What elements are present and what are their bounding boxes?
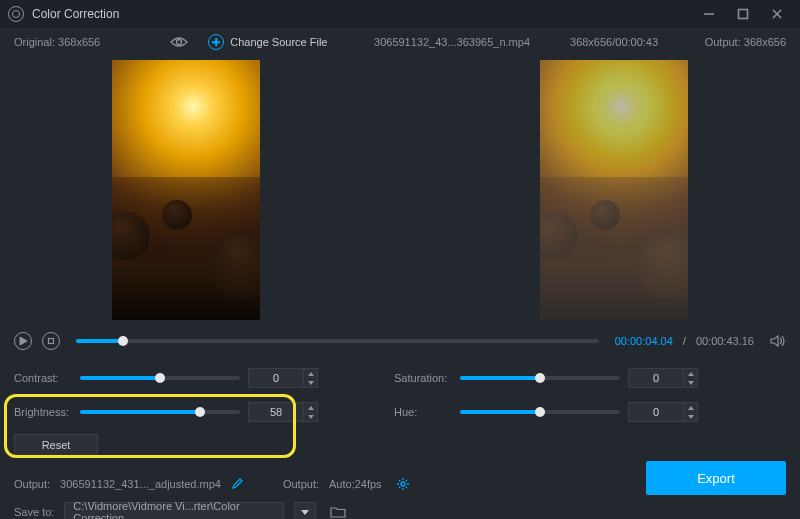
app-icon [8,6,24,22]
output-dims: 368x656 [744,36,786,48]
brightness-up[interactable] [304,403,317,412]
saveto-label: Save to: [14,506,54,518]
contrast-value: 0 [249,372,303,384]
volume-icon[interactable] [770,334,786,348]
source-dims-time: 368x656/00:00:43 [570,36,658,48]
save-row: Save to: C:\Vidmore\Vidmore Vi...rter\Co… [0,498,800,519]
saturation-up[interactable] [684,369,697,378]
preview-original [112,60,260,320]
outfile-name: 306591132_431..._adjusted.mp4 [60,478,221,490]
brightness-label: Brightness: [14,406,72,418]
time-current: 00:00:04.04 [615,335,673,347]
contrast-label: Contrast: [14,372,72,384]
svg-marker-5 [20,337,27,345]
titlebar: Color Correction [0,0,800,28]
minimize-button[interactable] [692,0,726,28]
saturation-slider[interactable] [460,376,620,380]
svg-marker-7 [308,372,314,376]
svg-marker-8 [308,381,314,385]
svg-marker-14 [688,415,694,419]
hue-label: Hue: [394,406,452,418]
contrast-down[interactable] [304,378,317,387]
outfile-label: Output: [14,478,50,490]
hue-slider[interactable] [460,410,620,414]
saveto-dropdown[interactable] [294,502,316,519]
change-source-button[interactable]: Change Source File [230,36,327,48]
time-total: 00:00:43.16 [696,335,754,347]
contrast-slider[interactable] [80,376,240,380]
brightness-slider[interactable] [80,410,240,414]
svg-marker-11 [308,406,314,410]
info-bar: Original: 368x656 Change Source File 306… [0,28,800,56]
outfmt-label: Output: [283,478,319,490]
open-folder-icon[interactable] [326,502,350,519]
contrast-value-box[interactable]: 0 [248,368,318,388]
saveto-path[interactable]: C:\Vidmore\Vidmore Vi...rter\Color Corre… [64,502,284,519]
outfmt-value: Auto;24fps [329,478,382,490]
window-title: Color Correction [32,7,119,21]
brightness-value-box[interactable]: 58 [248,402,318,422]
controls-panel: Contrast: 0 Saturation: 0 Brightness: 58… [0,358,800,456]
svg-point-15 [401,482,405,486]
brightness-down[interactable] [304,412,317,421]
svg-rect-6 [49,339,54,344]
svg-rect-1 [739,10,748,19]
output-label: Output: [705,36,741,48]
export-button[interactable]: Export [646,461,786,495]
svg-marker-9 [688,372,694,376]
original-label: Original: [14,36,55,48]
add-icon[interactable] [208,34,224,50]
close-button[interactable] [760,0,794,28]
playback-bar: 00:00:04.04/00:00:43.16 [0,324,800,358]
stop-button[interactable] [42,332,60,350]
saturation-down[interactable] [684,378,697,387]
hue-down[interactable] [684,412,697,421]
hue-up[interactable] [684,403,697,412]
svg-marker-13 [688,406,694,410]
saturation-label: Saturation: [394,372,452,384]
saturation-value-box[interactable]: 0 [628,368,698,388]
play-button[interactable] [14,332,32,350]
preview-output [540,60,688,320]
settings-icon[interactable] [396,477,410,491]
svg-marker-12 [308,415,314,419]
hue-value: 0 [629,406,683,418]
contrast-up[interactable] [304,369,317,378]
eye-icon[interactable] [170,36,188,48]
preview-area [0,56,800,324]
timeline-slider[interactable] [76,339,599,343]
saturation-value: 0 [629,372,683,384]
maximize-button[interactable] [726,0,760,28]
svg-marker-16 [301,510,309,515]
original-dims: 368x656 [58,36,100,48]
svg-marker-10 [688,381,694,385]
source-filename: 306591132_43...363965_n.mp4 [374,36,530,48]
brightness-value: 58 [249,406,303,418]
svg-point-4 [177,40,182,45]
hue-value-box[interactable]: 0 [628,402,698,422]
reset-button[interactable]: Reset [14,434,98,456]
time-sep: / [683,335,686,347]
edit-outfile-icon[interactable] [231,478,243,490]
